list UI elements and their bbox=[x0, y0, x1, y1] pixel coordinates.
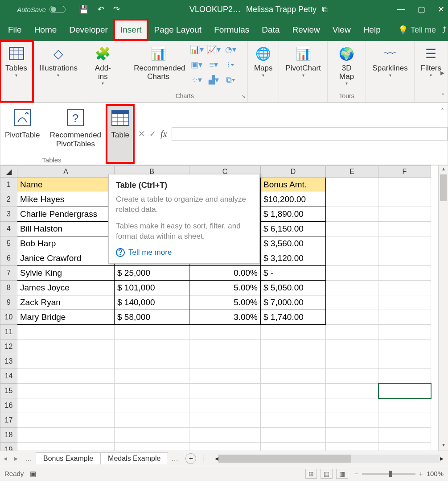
cell[interactable]: Bonus Amt. bbox=[261, 178, 326, 192]
line-chart-icon[interactable]: 📈▾ bbox=[206, 43, 221, 56]
cell[interactable] bbox=[17, 340, 115, 354]
cell[interactable] bbox=[378, 428, 431, 443]
recommended-charts-button[interactable]: 📊 Recommended Charts bbox=[131, 43, 185, 83]
cell[interactable] bbox=[378, 398, 431, 413]
tab-insert[interactable]: Insert bbox=[114, 20, 148, 40]
col-E[interactable]: E bbox=[326, 166, 378, 178]
cell[interactable]: $ 3,120.00 bbox=[261, 251, 326, 266]
row-header[interactable]: 14 bbox=[0, 369, 17, 384]
cell[interactable]: $ 101,000 bbox=[115, 281, 189, 295]
sheet-tab-overflow[interactable]: … bbox=[168, 455, 182, 463]
cell[interactable] bbox=[189, 340, 261, 354]
row-header[interactable]: 16 bbox=[0, 398, 17, 413]
cell[interactable] bbox=[378, 413, 431, 428]
row-header[interactable]: 15 bbox=[0, 384, 17, 398]
cell[interactable]: $ 1,890.00 bbox=[261, 207, 326, 222]
row-header[interactable]: 3 bbox=[0, 207, 17, 222]
hscroll-right-icon[interactable]: ▸ bbox=[440, 454, 444, 463]
cell[interactable]: 5.00% bbox=[189, 281, 261, 295]
tab-formulas[interactable]: Formulas bbox=[208, 20, 255, 40]
cell[interactable] bbox=[378, 281, 431, 295]
ribbon-scroll-right[interactable]: ▸ bbox=[440, 68, 444, 78]
new-sheet-button[interactable]: + bbox=[185, 453, 196, 464]
cell[interactable]: Mike Hayes bbox=[17, 192, 115, 207]
hscroll-left-icon[interactable]: ◂ bbox=[215, 454, 218, 463]
cell[interactable] bbox=[261, 369, 326, 384]
maximize-button[interactable]: ▢ bbox=[418, 4, 425, 14]
cell[interactable] bbox=[378, 192, 431, 207]
sparklines-button[interactable]: 〰 Sparklines ▾ bbox=[370, 43, 410, 79]
col-D[interactable]: D bbox=[261, 166, 326, 178]
expand-formula-bar[interactable]: ˄ bbox=[441, 108, 444, 115]
select-all[interactable]: ◢ bbox=[0, 166, 17, 178]
cell[interactable] bbox=[17, 398, 115, 413]
account-icon[interactable]: ⧉ bbox=[322, 5, 328, 14]
bar-chart-icon[interactable]: ≡▾ bbox=[206, 58, 221, 71]
cell[interactable] bbox=[326, 413, 378, 428]
cell[interactable]: $ 5,050.00 bbox=[261, 281, 326, 295]
cell[interactable] bbox=[326, 251, 378, 266]
cell[interactable] bbox=[17, 443, 115, 451]
cell[interactable] bbox=[378, 384, 431, 398]
cell[interactable] bbox=[261, 340, 326, 354]
col-A[interactable]: A bbox=[17, 166, 115, 178]
cell[interactable] bbox=[326, 384, 378, 398]
tab-developer[interactable]: Developer bbox=[63, 20, 114, 40]
row-header[interactable]: 18 bbox=[0, 428, 17, 443]
cell[interactable] bbox=[378, 207, 431, 222]
maps-button[interactable]: 🌐 Maps ▾ bbox=[251, 43, 275, 79]
cell[interactable] bbox=[378, 443, 431, 451]
cell[interactable] bbox=[261, 428, 326, 443]
cell[interactable]: Mary Bridge bbox=[17, 310, 115, 325]
tab-data[interactable]: Data bbox=[255, 20, 286, 40]
illustrations-button[interactable]: ◇ Illustrations ▾ bbox=[37, 43, 80, 79]
table-button[interactable]: Table bbox=[107, 105, 134, 163]
cell[interactable] bbox=[378, 310, 431, 325]
zoom-in-button[interactable]: + bbox=[419, 470, 423, 477]
cell[interactable] bbox=[189, 354, 261, 369]
cell[interactable] bbox=[261, 325, 326, 340]
view-page-layout-icon[interactable]: ▦ bbox=[321, 469, 333, 479]
cell[interactable] bbox=[17, 384, 115, 398]
vertical-scrollbar[interactable]: ▴ ▾ bbox=[438, 166, 448, 451]
cell[interactable]: 5.00% bbox=[189, 295, 261, 310]
cell[interactable] bbox=[378, 236, 431, 251]
cancel-icon[interactable]: ✕ bbox=[138, 129, 145, 139]
cell[interactable]: $ 6,150.00 bbox=[261, 222, 326, 236]
cell[interactable]: $ 3,560.00 bbox=[261, 236, 326, 251]
cell[interactable] bbox=[326, 428, 378, 443]
cell[interactable] bbox=[189, 384, 261, 398]
view-page-break-icon[interactable]: ▥ bbox=[336, 469, 348, 479]
tell-me-more-link[interactable]: ? Tell me more bbox=[116, 248, 252, 257]
cell[interactable] bbox=[378, 251, 431, 266]
view-normal-icon[interactable]: ⊞ bbox=[305, 469, 317, 479]
cell[interactable]: $ 25,000 bbox=[115, 266, 189, 281]
cell[interactable] bbox=[326, 354, 378, 369]
cell[interactable] bbox=[326, 281, 378, 295]
row-header[interactable]: 9 bbox=[0, 295, 17, 310]
cell[interactable]: $ 58,000 bbox=[115, 310, 189, 325]
scroll-thumb[interactable] bbox=[440, 174, 447, 201]
cell[interactable] bbox=[326, 266, 378, 281]
tab-view[interactable]: View bbox=[326, 20, 357, 40]
row-header[interactable]: 7 bbox=[0, 266, 17, 281]
cell[interactable] bbox=[261, 413, 326, 428]
cell[interactable] bbox=[17, 354, 115, 369]
cell[interactable]: Sylvie King bbox=[17, 266, 115, 281]
cell[interactable]: $ 140,000 bbox=[115, 295, 189, 310]
cell[interactable]: Bob Harp bbox=[17, 236, 115, 251]
pivottable-button[interactable]: PivotTable bbox=[0, 105, 44, 163]
row-header[interactable]: 1 bbox=[0, 178, 17, 192]
cell[interactable] bbox=[261, 398, 326, 413]
scroll-up-icon[interactable]: ▴ bbox=[439, 166, 448, 174]
cell[interactable] bbox=[326, 178, 378, 192]
tab-review[interactable]: Review bbox=[286, 20, 326, 40]
recommended-pivottables-button[interactable]: ? Recommended PivotTables bbox=[44, 105, 107, 163]
cell[interactable] bbox=[115, 340, 189, 354]
tab-home[interactable]: Home bbox=[28, 20, 63, 40]
cell[interactable] bbox=[326, 236, 378, 251]
scroll-down-icon[interactable]: ▾ bbox=[439, 442, 448, 451]
cell[interactable] bbox=[326, 325, 378, 340]
cell[interactable] bbox=[378, 340, 431, 354]
redo-icon[interactable]: ↷ bbox=[113, 4, 120, 14]
